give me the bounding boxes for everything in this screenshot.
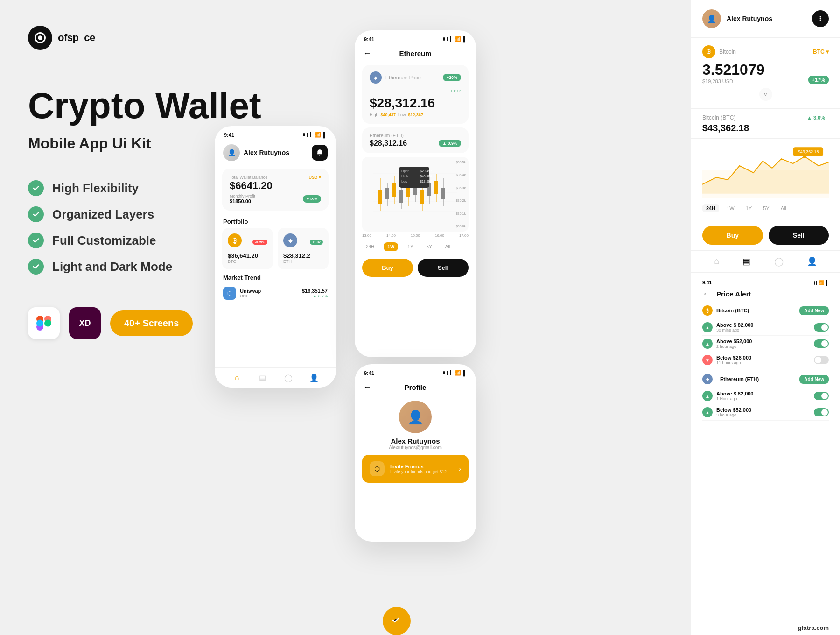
nav-home-right[interactable]: ⌂: [714, 256, 719, 267]
eth-card: ◆ +1.32 $28,312.2 ETH: [278, 228, 329, 269]
btc-add-new-button[interactable]: Add New: [799, 306, 829, 315]
signal-bar-2: [307, 133, 308, 137]
wallet-currency: USD ▾: [308, 175, 321, 180]
up-arrow-eth-2: ▲: [702, 407, 713, 417]
eth-stat-label: Ethereum (ETH): [370, 133, 461, 138]
svg-rect-25: [420, 190, 424, 204]
period-5y[interactable]: 5Y: [759, 204, 773, 212]
eth-alert-label: Ethereum (ETH): [720, 376, 759, 382]
expand-button[interactable]: ∨: [759, 88, 772, 101]
nav-profile-right[interactable]: 👤: [807, 256, 817, 267]
eth-small-change: +0.9%: [450, 89, 461, 93]
nav-chat-right[interactable]: ◯: [774, 256, 784, 267]
alert-back-arrow[interactable]: ←: [702, 289, 711, 299]
btc-alert-icon: ₿: [702, 305, 713, 316]
nav-wallet-right[interactable]: ▤: [742, 256, 750, 267]
nav-profile[interactable]: 👤: [309, 373, 319, 383]
eth-name-row: ◆ Ethereum Price: [370, 71, 421, 84]
portfolio-title: Portfolio: [215, 213, 336, 228]
up-arrow-eth-1: ▲: [702, 391, 713, 401]
eth-stat-change: ▲ 0.9%: [439, 140, 461, 147]
tab-1y[interactable]: 1Y: [404, 242, 417, 251]
candlestick-chart: $36.5k $36.4k $36.3k $36.2k $36.1k $36.0…: [362, 157, 469, 232]
eth-alert-price-2: Below $52,000: [716, 407, 814, 413]
period-all[interactable]: All: [777, 204, 790, 212]
svg-rect-31: [441, 188, 445, 199]
tab-all[interactable]: All: [441, 242, 454, 251]
btc-big-price: 3.521079: [702, 61, 764, 78]
btc-label-right: Bitcoin: [719, 49, 736, 55]
check-icon-2: [28, 206, 44, 222]
toggle-3[interactable]: [814, 356, 829, 364]
invite-text: Invite Friends Invite your friends and g…: [390, 464, 453, 474]
tab-1w[interactable]: 1W: [384, 242, 398, 251]
check-icon-1: [28, 180, 44, 196]
page-title: Crypto Wallet: [28, 87, 336, 124]
decorative-circle: [383, 607, 411, 635]
logo-area: ofsp_ce: [28, 26, 336, 50]
svg-text:Low: Low: [401, 180, 408, 183]
period-1y[interactable]: 1Y: [742, 204, 756, 212]
btc-usd-change: ▲ 3.6%: [803, 113, 829, 122]
period-1w[interactable]: 1W: [723, 204, 738, 212]
eth-stat-price: $28,312.16: [370, 139, 407, 148]
profile-header: ← Profile: [355, 379, 476, 396]
eth-icon-sm: ◆: [370, 71, 382, 84]
tab-5y[interactable]: 5Y: [423, 242, 436, 251]
btc-alert-name: ₿ Bitcoin (BTC): [702, 305, 749, 316]
btc-selector[interactable]: BTC ▾: [813, 49, 829, 55]
eth-change: +1.32: [310, 240, 323, 245]
trade-row: Buy Sell: [691, 220, 840, 251]
watermark: gfxtra.com: [798, 624, 829, 631]
eth-price: $28,312.2: [283, 252, 323, 259]
right-header: 👤 Alex Rutuynos: [691, 0, 840, 38]
invite-subtitle: Invite your friends and get $12: [390, 469, 453, 474]
tab-24h[interactable]: 24H: [362, 242, 378, 251]
btc-usd-section: Bitcoin (BTC) ▲ 3.6% $43,362.18: [691, 109, 840, 139]
buy-button-right[interactable]: Buy: [702, 226, 763, 245]
toggle-2[interactable]: [814, 339, 829, 348]
svg-point-41: [820, 20, 821, 21]
svg-rect-13: [378, 190, 382, 204]
xd-label: XD: [79, 318, 91, 328]
eth-toggle-2[interactable]: [814, 408, 829, 416]
svg-text:$29,497: $29,497: [420, 169, 432, 173]
right-panel: 👤 Alex Rutuynos ₿ Bitcoin BTC ▾ 3.521079…: [691, 0, 840, 635]
eth-price-row: ◆ Ethereum Price +20%: [370, 71, 461, 84]
back-arrow-3[interactable]: ←: [363, 382, 371, 392]
profit-label: Monthly Profit: [230, 194, 255, 198]
buy-button-2[interactable]: Buy: [362, 259, 413, 277]
svg-text:$43,362.18: $43,362.18: [798, 149, 819, 154]
profit-change: +13%: [303, 195, 321, 203]
nav-home[interactable]: ⌂: [232, 373, 242, 383]
back-arrow-2[interactable]: ←: [363, 49, 371, 58]
btc-change-badge: +17%: [808, 76, 829, 84]
uni-icon: ⬡: [223, 287, 236, 300]
bell-button[interactable]: [312, 145, 328, 161]
nav-chat[interactable]: ◯: [283, 373, 294, 383]
toggle-1[interactable]: [814, 323, 829, 332]
candles: $36.5k $36.4k $36.3k $36.2k $36.1k $36.0…: [367, 162, 464, 227]
eth-title: Ethereum: [399, 49, 431, 57]
line-chart-section: $43,362.18 24H 1W 1Y 5Y All: [691, 139, 840, 220]
xd-badge: XD: [69, 307, 101, 339]
eth-add-new-button[interactable]: Add New: [799, 375, 829, 384]
period-24h[interactable]: 24H: [702, 204, 719, 212]
time-2: 9:41: [364, 36, 374, 42]
btc-card: ₿ -0.79% $36,641.20 BTC: [222, 228, 273, 269]
sell-button-right[interactable]: Sell: [769, 226, 829, 245]
screens-badge: 40+ Screens: [110, 310, 193, 336]
btc-price-row: 3.521079 $19,283 USD +17%: [702, 61, 829, 84]
eth-toggle-1[interactable]: [814, 392, 829, 400]
alert-price-1: Above $ 82,000: [716, 322, 814, 328]
right-nav: ⌂ ▤ ◯ 👤: [691, 251, 840, 273]
invite-card[interactable]: ⬡ Invite Friends Invite your friends and…: [362, 455, 469, 483]
signal-bar-3: [310, 132, 311, 137]
signal-bar-1: [303, 133, 305, 136]
nav-wallet[interactable]: ▤: [258, 373, 268, 383]
battery-icon: ▌: [323, 132, 327, 138]
buy-sell-2: Buy Sell: [355, 254, 476, 282]
sell-button-2[interactable]: Sell: [418, 259, 469, 277]
time-3: 9:41: [364, 370, 374, 376]
right-menu-button[interactable]: [812, 10, 829, 27]
